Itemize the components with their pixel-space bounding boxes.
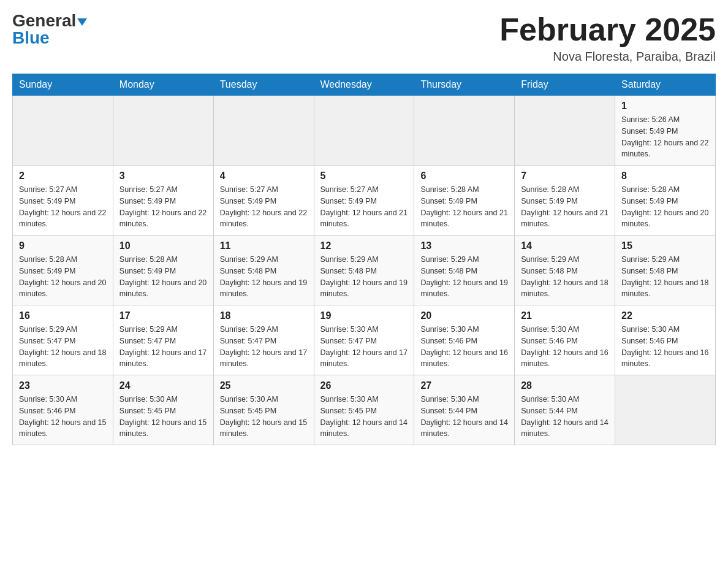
calendar-cell: 19Sunrise: 5:30 AMSunset: 5:47 PMDayligh…: [314, 305, 414, 375]
day-info: Sunrise: 5:29 AMSunset: 5:47 PMDaylight:…: [119, 324, 207, 370]
day-info: Sunrise: 5:29 AMSunset: 5:48 PMDaylight:…: [621, 254, 709, 300]
calendar-cell: [615, 375, 716, 445]
day-info: Sunrise: 5:27 AMSunset: 5:49 PMDaylight:…: [119, 184, 207, 230]
day-number: 15: [621, 240, 709, 251]
day-number: 9: [19, 240, 107, 251]
day-info: Sunrise: 5:30 AMSunset: 5:45 PMDaylight:…: [220, 394, 308, 440]
calendar-cell: 3Sunrise: 5:27 AMSunset: 5:49 PMDaylight…: [113, 166, 213, 236]
day-number: 14: [521, 240, 609, 251]
calendar-cell: 2Sunrise: 5:27 AMSunset: 5:49 PMDaylight…: [13, 166, 113, 236]
day-info: Sunrise: 5:28 AMSunset: 5:49 PMDaylight:…: [521, 184, 609, 230]
calendar-cell: 5Sunrise: 5:27 AMSunset: 5:49 PMDaylight…: [314, 166, 414, 236]
calendar-cell: 11Sunrise: 5:29 AMSunset: 5:48 PMDayligh…: [213, 236, 314, 305]
day-header-saturday: Saturday: [615, 74, 716, 96]
calendar-cell: 8Sunrise: 5:28 AMSunset: 5:49 PMDaylight…: [615, 166, 716, 236]
day-header-monday: Monday: [113, 74, 213, 96]
calendar-cell: 18Sunrise: 5:29 AMSunset: 5:47 PMDayligh…: [213, 305, 314, 375]
day-number: 25: [220, 380, 308, 391]
calendar-cell: 27Sunrise: 5:30 AMSunset: 5:44 PMDayligh…: [414, 375, 515, 445]
calendar-cell: [13, 96, 113, 166]
day-header-sunday: Sunday: [13, 74, 113, 96]
day-number: 5: [320, 170, 408, 182]
calendar-cell: 21Sunrise: 5:30 AMSunset: 5:46 PMDayligh…: [515, 305, 615, 375]
calendar-cell: 17Sunrise: 5:29 AMSunset: 5:47 PMDayligh…: [113, 305, 213, 375]
day-number: 16: [19, 310, 107, 321]
week-row-2: 2Sunrise: 5:27 AMSunset: 5:49 PMDaylight…: [13, 166, 716, 236]
day-info: Sunrise: 5:27 AMSunset: 5:49 PMDaylight:…: [320, 184, 408, 230]
logo-triangle-icon: [77, 18, 87, 26]
location-text: Nova Floresta, Paraiba, Brazil: [499, 50, 716, 64]
calendar-cell: 9Sunrise: 5:28 AMSunset: 5:49 PMDaylight…: [13, 236, 113, 305]
day-number: 19: [320, 310, 408, 321]
day-number: 1: [621, 101, 709, 112]
month-title: February 2025: [499, 12, 716, 47]
calendar-cell: 10Sunrise: 5:28 AMSunset: 5:49 PMDayligh…: [113, 236, 213, 305]
day-info: Sunrise: 5:29 AMSunset: 5:48 PMDaylight:…: [320, 254, 408, 300]
calendar-cell: 23Sunrise: 5:30 AMSunset: 5:46 PMDayligh…: [13, 375, 113, 445]
calendar-cell: 14Sunrise: 5:29 AMSunset: 5:48 PMDayligh…: [515, 236, 615, 305]
day-info: Sunrise: 5:27 AMSunset: 5:49 PMDaylight:…: [19, 184, 107, 230]
day-info: Sunrise: 5:26 AMSunset: 5:49 PMDaylight:…: [621, 114, 709, 160]
day-info: Sunrise: 5:29 AMSunset: 5:47 PMDaylight:…: [19, 324, 107, 370]
calendar-cell: 25Sunrise: 5:30 AMSunset: 5:45 PMDayligh…: [213, 375, 314, 445]
logo-blue-text: Blue: [12, 29, 50, 47]
calendar-table: SundayMondayTuesdayWednesdayThursdayFrid…: [12, 74, 716, 445]
day-number: 27: [420, 380, 508, 391]
day-number: 4: [220, 170, 308, 182]
day-info: Sunrise: 5:30 AMSunset: 5:44 PMDaylight:…: [521, 394, 609, 440]
title-block: February 2025 Nova Floresta, Paraiba, Br…: [499, 12, 716, 64]
day-number: 7: [521, 170, 609, 182]
calendar-cell: [515, 96, 615, 166]
calendar-cell: 1Sunrise: 5:26 AMSunset: 5:49 PMDaylight…: [615, 96, 716, 166]
day-info: Sunrise: 5:28 AMSunset: 5:49 PMDaylight:…: [19, 254, 107, 300]
calendar-cell: 13Sunrise: 5:29 AMSunset: 5:48 PMDayligh…: [414, 236, 515, 305]
day-number: 11: [220, 240, 308, 251]
day-number: 22: [621, 310, 709, 321]
day-number: 17: [119, 310, 207, 321]
calendar-cell: 12Sunrise: 5:29 AMSunset: 5:48 PMDayligh…: [314, 236, 414, 305]
day-number: 21: [521, 310, 609, 321]
day-info: Sunrise: 5:30 AMSunset: 5:44 PMDaylight:…: [420, 394, 508, 440]
day-number: 23: [19, 380, 107, 391]
day-header-wednesday: Wednesday: [314, 74, 414, 96]
calendar-cell: [414, 96, 515, 166]
day-number: 13: [420, 240, 508, 251]
day-info: Sunrise: 5:29 AMSunset: 5:48 PMDaylight:…: [420, 254, 508, 300]
calendar-cell: 26Sunrise: 5:30 AMSunset: 5:45 PMDayligh…: [314, 375, 414, 445]
calendar-cell: 22Sunrise: 5:30 AMSunset: 5:46 PMDayligh…: [615, 305, 716, 375]
day-info: Sunrise: 5:30 AMSunset: 5:47 PMDaylight:…: [320, 324, 408, 370]
calendar-cell: 28Sunrise: 5:30 AMSunset: 5:44 PMDayligh…: [515, 375, 615, 445]
day-info: Sunrise: 5:30 AMSunset: 5:45 PMDaylight:…: [320, 394, 408, 440]
week-row-4: 16Sunrise: 5:29 AMSunset: 5:47 PMDayligh…: [13, 305, 716, 375]
day-number: 28: [521, 380, 609, 391]
day-info: Sunrise: 5:28 AMSunset: 5:49 PMDaylight:…: [621, 184, 709, 230]
day-number: 24: [119, 380, 207, 391]
calendar-cell: 4Sunrise: 5:27 AMSunset: 5:49 PMDaylight…: [213, 166, 314, 236]
day-number: 12: [320, 240, 408, 251]
day-info: Sunrise: 5:28 AMSunset: 5:49 PMDaylight:…: [119, 254, 207, 300]
week-row-1: 1Sunrise: 5:26 AMSunset: 5:49 PMDaylight…: [13, 96, 716, 166]
day-info: Sunrise: 5:30 AMSunset: 5:46 PMDaylight:…: [19, 394, 107, 440]
day-number: 20: [420, 310, 508, 321]
day-info: Sunrise: 5:28 AMSunset: 5:49 PMDaylight:…: [420, 184, 508, 230]
day-info: Sunrise: 5:30 AMSunset: 5:46 PMDaylight:…: [621, 324, 709, 370]
day-number: 18: [220, 310, 308, 321]
day-number: 10: [119, 240, 207, 251]
calendar-cell: 20Sunrise: 5:30 AMSunset: 5:46 PMDayligh…: [414, 305, 515, 375]
day-info: Sunrise: 5:30 AMSunset: 5:46 PMDaylight:…: [420, 324, 508, 370]
calendar-cell: [213, 96, 314, 166]
day-number: 2: [19, 170, 107, 182]
calendar-cell: 16Sunrise: 5:29 AMSunset: 5:47 PMDayligh…: [13, 305, 113, 375]
day-info: Sunrise: 5:29 AMSunset: 5:48 PMDaylight:…: [521, 254, 609, 300]
week-row-5: 23Sunrise: 5:30 AMSunset: 5:46 PMDayligh…: [13, 375, 716, 445]
calendar-cell: 6Sunrise: 5:28 AMSunset: 5:49 PMDaylight…: [414, 166, 515, 236]
page-header: General Blue February 2025 Nova Floresta…: [12, 12, 716, 64]
day-info: Sunrise: 5:30 AMSunset: 5:46 PMDaylight:…: [521, 324, 609, 370]
day-info: Sunrise: 5:29 AMSunset: 5:47 PMDaylight:…: [220, 324, 308, 370]
logo: General Blue: [12, 12, 87, 47]
day-number: 6: [420, 170, 508, 182]
calendar-cell: [314, 96, 414, 166]
logo-text: General: [12, 12, 87, 29]
calendar-cell: 7Sunrise: 5:28 AMSunset: 5:49 PMDaylight…: [515, 166, 615, 236]
calendar-cell: 15Sunrise: 5:29 AMSunset: 5:48 PMDayligh…: [615, 236, 716, 305]
